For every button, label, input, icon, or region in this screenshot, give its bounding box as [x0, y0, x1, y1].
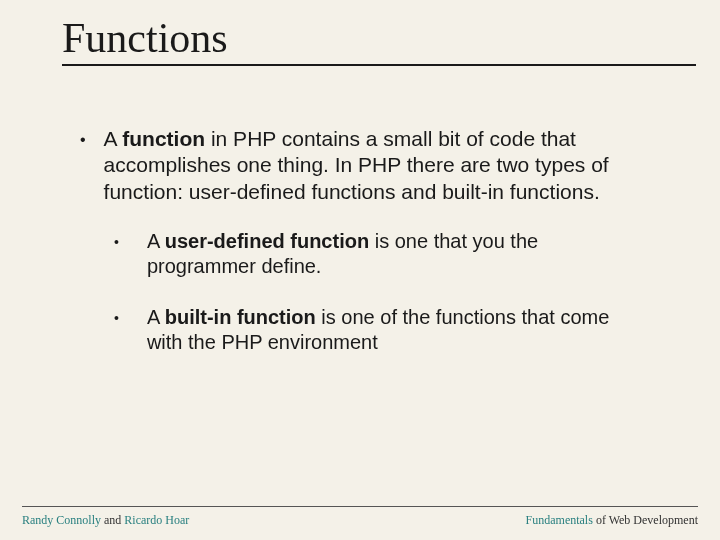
sub-bullet: • A built-in function is one of the func… — [114, 305, 640, 355]
book-title-rest: of Web Development — [593, 513, 698, 527]
footer-left: Randy Connolly and Ricardo Hoar — [22, 513, 189, 528]
text-prefix: A — [147, 230, 165, 252]
text-bold: user-defined function — [165, 230, 369, 252]
footer-right: Fundamentals of Web Development — [526, 513, 698, 528]
text-bold: built-in function — [165, 306, 316, 328]
slide: Functions • A function in PHP contains a… — [0, 0, 720, 540]
sub-bullet-list: • A user-defined function is one that yo… — [80, 229, 640, 355]
bullet-icon: • — [80, 126, 86, 154]
text-prefix: A — [104, 127, 123, 150]
text-prefix: A — [147, 306, 165, 328]
book-title-word: Fundamentals — [526, 513, 593, 527]
author-name: Ricardo Hoar — [124, 513, 189, 527]
footer-and: and — [101, 513, 124, 527]
footer: Randy Connolly and Ricardo Hoar Fundamen… — [0, 506, 720, 528]
sub-bullet-text: A built-in function is one of the functi… — [147, 305, 640, 355]
title-container: Functions — [0, 0, 720, 76]
footer-row: Randy Connolly and Ricardo Hoar Fundamen… — [22, 513, 698, 528]
text-bold: function — [122, 127, 205, 150]
content-area: • A function in PHP contains a small bit… — [0, 76, 720, 540]
sub-bullet-text: A user-defined function is one that you … — [147, 229, 640, 279]
sub-bullet: • A user-defined function is one that yo… — [114, 229, 640, 279]
main-bullet-text: A function in PHP contains a small bit o… — [104, 126, 640, 205]
footer-divider — [22, 506, 698, 507]
main-bullet: • A function in PHP contains a small bit… — [80, 126, 640, 205]
bullet-icon: • — [114, 229, 119, 255]
slide-title: Functions — [62, 14, 696, 66]
author-name: Randy Connolly — [22, 513, 101, 527]
bullet-icon: • — [114, 305, 119, 331]
